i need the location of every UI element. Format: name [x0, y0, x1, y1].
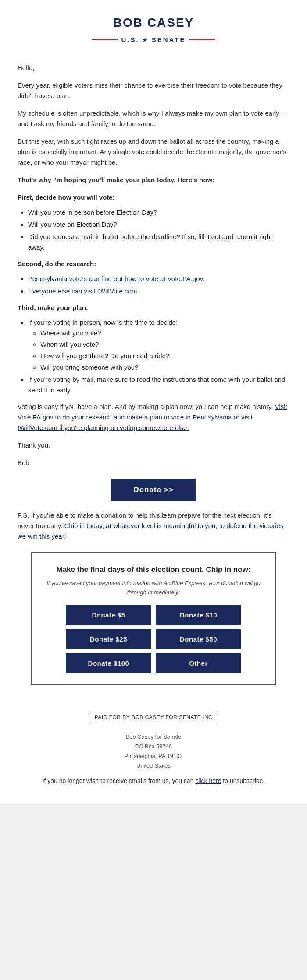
subtitle-senate: SENATE [152, 35, 186, 45]
candidate-name: BOB CASEY [18, 13, 289, 33]
donate-button[interactable]: Donate >> [111, 479, 195, 501]
donation-box-title: Make the final days of this election cou… [45, 564, 262, 575]
section2-list: Pennsylvania voters can find out how to … [28, 274, 289, 296]
section1-list: Will you vote in person before Election … [28, 207, 289, 253]
email-container: BOB CASEY U.S. ★ SENATE Hello, Every yea… [0, 0, 307, 804]
sub-list-item: Where will you vote? [40, 328, 289, 338]
list-item: Did you request a mail-in ballot before … [28, 232, 289, 253]
paragraph-1: Every year, eligible voters miss their c… [18, 80, 289, 101]
address-line-4: United States [136, 762, 171, 769]
sub-list-item: Will you bring someone with you? [40, 362, 289, 373]
paragraph-3: But this year, with such tight races up … [18, 136, 289, 168]
list-item: Everyone else can visit IWillVote.com. [28, 286, 289, 296]
donate-button-container: Donate >> [18, 479, 289, 501]
address-line-1: Bob Casey for Senate [125, 733, 181, 740]
paragraph-2: My schedule is often unpredictable, whic… [18, 108, 289, 129]
address-line-2: PO Box 58746 [135, 743, 172, 750]
list-item-mail: If you're voting by mail, make sure to r… [28, 374, 289, 395]
unsubscribe-link[interactable]: click here [195, 777, 221, 784]
paid-for-text: PAID FOR BY BOB CASEY FOR SENATE INC [90, 712, 218, 723]
inperson-text: If you're voting in-person, now is the t… [28, 319, 178, 326]
bold-intro-text: That's why I'm hoping you'll make your p… [18, 176, 214, 183]
voting-text: Voting is easy if you have a plan. And b… [18, 403, 273, 410]
link-connector: or [234, 413, 242, 421]
voting-paragraph: Voting is easy if you have a plan. And b… [18, 402, 289, 433]
sub-list-inperson: Where will you vote? When will you vote?… [40, 328, 289, 373]
iwillvote-link[interactable]: Everyone else can visit IWillVote.com. [28, 287, 139, 295]
sub-list-item: When will you vote? [40, 339, 289, 350]
closing-name: Bob [18, 458, 289, 468]
section1-header: First, decide how you will vote: [18, 192, 289, 203]
section3-header: Third, make your plan: [18, 303, 289, 313]
greeting: Hello, [18, 63, 289, 73]
closing-thanks: Thank you, [18, 440, 289, 451]
star-icon: ★ [142, 35, 149, 45]
donation-grid: Donate $5 Donate $10 Donate $25 Donate $… [66, 605, 241, 673]
email-header: BOB CASEY U.S. ★ SENATE [18, 13, 289, 49]
subtitle-us: U.S. [121, 35, 139, 45]
donate-10-button[interactable]: Donate $10 [156, 605, 241, 625]
vote-pa-link[interactable]: Pennsylvania voters can find out how to … [28, 275, 204, 282]
header-rule-right [189, 39, 215, 40]
address-line-3: Philadelphia, PA 19102 [124, 753, 182, 759]
donation-box-subtitle: If you've saved your payment information… [45, 579, 262, 597]
header-rule-left [92, 39, 118, 40]
donate-50-button[interactable]: Donate $50 [156, 629, 241, 649]
sub-list-item: How will you get there? Do you need a ri… [40, 351, 289, 361]
donation-box: Make the final days of this election cou… [31, 552, 276, 685]
footer-address: Bob Casey for Senate PO Box 58746 Philad… [18, 732, 289, 771]
section2-header: Second, do the research: [18, 259, 289, 269]
paid-for-container: PAID FOR BY BOB CASEY FOR SENATE INC [18, 712, 289, 728]
list-item: Will you vote in person before Election … [28, 207, 289, 218]
donate-other-button[interactable]: Other [156, 653, 241, 673]
header-subtitle: U.S. ★ SENATE [121, 35, 186, 45]
donate-25-button[interactable]: Donate $25 [66, 629, 151, 649]
bold-intro: That's why I'm hoping you'll make your p… [18, 175, 289, 185]
donate-5-button[interactable]: Donate $5 [66, 605, 151, 625]
ps-paragraph: P.S. If you're able to make a donation t… [18, 510, 289, 542]
email-footer: PAID FOR BY BOB CASEY FOR SENATE INC Bob… [18, 712, 289, 786]
list-item: Will you vote on Election Day? [28, 219, 289, 230]
list-item-inperson: If you're voting in-person, now is the t… [28, 317, 289, 373]
unsubscribe-text: If you no longer wish to receive emails … [18, 776, 289, 786]
section3-list: If you're voting in-person, now is the t… [28, 317, 289, 395]
donate-100-button[interactable]: Donate $100 [66, 653, 151, 673]
header-divider: U.S. ★ SENATE [18, 35, 289, 45]
list-item: Pennsylvania voters can find out how to … [28, 274, 289, 284]
